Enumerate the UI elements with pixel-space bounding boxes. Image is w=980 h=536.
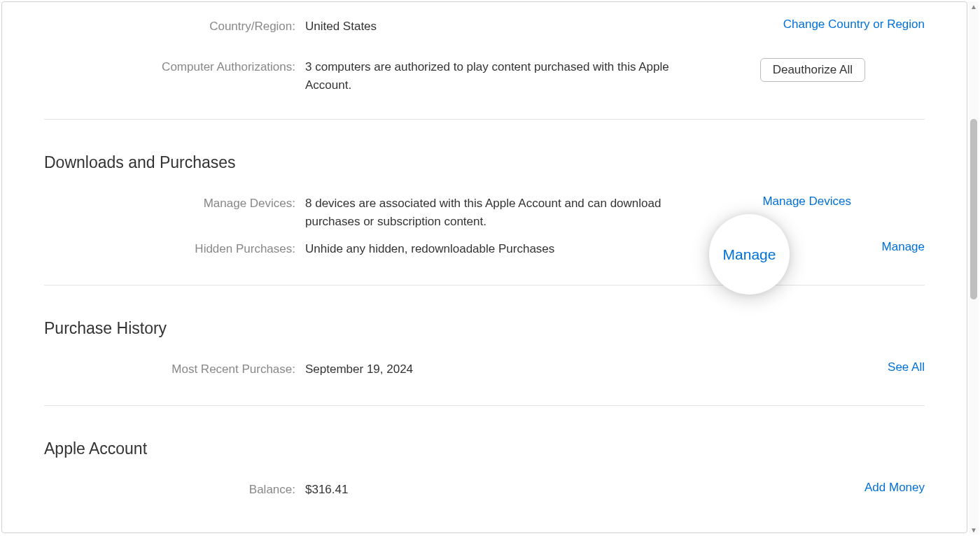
hidden-purchases-row: Hidden Purchases: Unhide any hidden, red… [44,240,925,260]
purchase-history-title: Purchase History [44,319,925,338]
deauthorize-all-button[interactable]: Deauthorize All [760,58,865,82]
computer-auth-label: Computer Authorizations: [44,58,305,76]
scrollbar-thumb[interactable] [970,119,977,299]
section-divider [44,119,925,120]
apple-account-title: Apple Account [44,439,925,458]
manage-devices-value: 8 devices are associated with this Apple… [305,195,690,230]
account-settings-window: Country/Region: United States Change Cou… [1,1,967,533]
computer-auth-value: 3 computers are authorized to play conte… [305,58,704,94]
downloads-purchases-title: Downloads and Purchases [44,153,925,172]
change-country-region-link[interactable]: Change Country or Region [783,17,925,31]
section-divider [44,285,925,285]
computer-auth-row: Computer Authorizations: 3 computers are… [44,58,925,94]
country-region-value: United States [305,17,764,36]
most-recent-purchase-row: Most Recent Purchase: September 19, 2024… [44,360,925,380]
most-recent-purchase-value: September 19, 2024 [305,360,764,379]
balance-row: Balance: $316.41 Add Money [44,481,925,500]
country-region-label: Country/Region: [44,17,305,36]
downloads-purchases-section: Downloads and Purchases Manage Devices: … [44,153,925,260]
manage-hidden-purchases-link[interactable]: Manage [882,240,925,253]
manage-devices-link[interactable]: Manage Devices [762,195,851,208]
manage-devices-label: Manage Devices: [44,195,305,213]
manage-devices-row: Manage Devices: 8 devices are associated… [44,195,925,230]
manage-highlight-callout: Manage [709,214,790,295]
balance-label: Balance: [44,481,305,499]
purchase-history-section: Purchase History Most Recent Purchase: S… [44,319,925,380]
scroll-up-arrow-icon[interactable]: ▲ [969,1,979,11]
add-money-link[interactable]: Add Money [864,481,925,494]
see-all-purchases-link[interactable]: See All [888,360,925,374]
balance-value: $316.41 [305,481,764,499]
scroll-down-arrow-icon[interactable]: ▼ [969,525,979,535]
manage-highlight-text[interactable]: Manage [723,246,776,263]
content-area: Country/Region: United States Change Cou… [2,2,967,524]
apple-account-section: Apple Account Balance: $316.41 Add Money [44,439,925,500]
most-recent-purchase-label: Most Recent Purchase: [44,360,305,379]
hidden-purchases-value: Unhide any hidden, redownloadable Purcha… [305,240,764,258]
section-divider [44,405,925,406]
account-info-section: Country/Region: United States Change Cou… [44,17,925,94]
hidden-purchases-label: Hidden Purchases: [44,240,305,258]
country-region-row: Country/Region: United States Change Cou… [44,17,925,37]
